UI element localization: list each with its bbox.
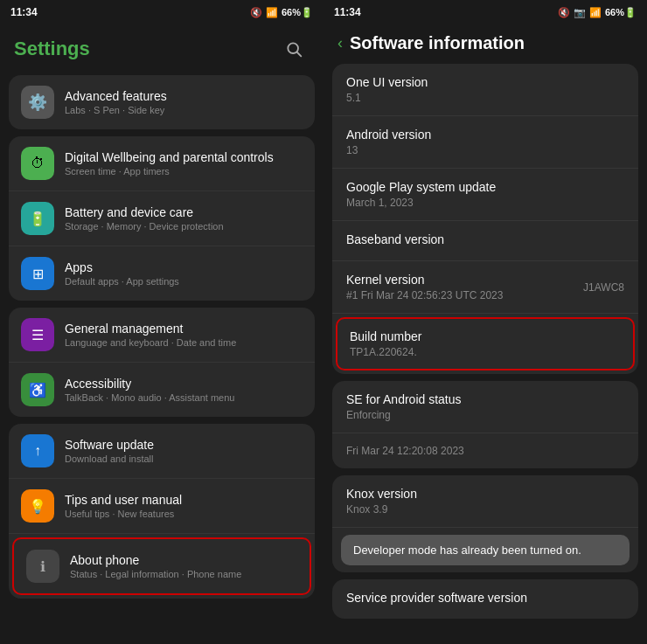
- right-time: 11:34: [334, 6, 361, 18]
- kernel-value-right: J1AWC8: [583, 281, 624, 294]
- signal-icon: 66%🔋: [282, 7, 313, 18]
- right-status-icons: 🔇 📷 📶 66%🔋: [558, 7, 637, 18]
- info-item-google-play[interactable]: Google Play system update March 1, 2023: [332, 169, 638, 221]
- digital-wellbeing-text: Digital Wellbeing and parental controls …: [65, 150, 303, 177]
- settings-section-software: ↑ Software update Download and install 💡…: [9, 424, 315, 599]
- settings-item-software-update[interactable]: ↑ Software update Download and install: [9, 424, 315, 479]
- about-phone-text: About phone Status · Legal information ·…: [70, 553, 297, 579]
- build-number-label: Build number: [350, 329, 621, 343]
- mute-icon: 🔇: [250, 7, 262, 18]
- info-item-baseband[interactable]: Baseband version: [332, 221, 638, 261]
- build-number-value: TP1A.220624.: [350, 346, 621, 358]
- accessibility-text: Accessibility TalkBack · Mono audio · As…: [65, 377, 303, 403]
- advanced-features-title: Advanced features: [65, 89, 303, 103]
- apps-subtitle: Default apps · App settings: [65, 276, 303, 287]
- wifi-icon: 📶: [266, 7, 278, 18]
- info-item-kernel[interactable]: Kernel version J1AWC8 #1 Fri Mar 24 02:5…: [332, 261, 638, 314]
- developer-mode-tooltip: Developer mode has already been turned o…: [341, 535, 630, 565]
- apps-title: Apps: [65, 260, 303, 274]
- software-info-section-main: One UI version 5.1 Android version 13 Go…: [332, 64, 638, 374]
- about-phone-title: About phone: [70, 553, 297, 567]
- service-provider-label: Service provider software version: [346, 591, 624, 605]
- info-item-service-provider[interactable]: Service provider software version: [332, 579, 638, 619]
- general-management-title: General management: [65, 322, 303, 336]
- software-info-title: Software information: [350, 33, 525, 53]
- se-android-value: Enforcing: [346, 409, 624, 421]
- se-date-value: Fri Mar 24 12:20:08 2023: [346, 445, 624, 457]
- settings-item-advanced-features[interactable]: ⚙️ Advanced features Labs · S Pen · Side…: [9, 75, 315, 129]
- settings-item-battery-care[interactable]: 🔋 Battery and device care Storage · Memo…: [9, 191, 315, 246]
- settings-item-general-management[interactable]: ☰ General management Language and keyboa…: [9, 308, 315, 363]
- tips-manual-text: Tips and user manual Useful tips · New f…: [65, 493, 303, 519]
- info-item-knox[interactable]: Knox version Knox 3.9: [332, 475, 638, 528]
- battery-care-subtitle: Storage · Memory · Device protection: [65, 221, 303, 232]
- battery-care-text: Battery and device care Storage · Memory…: [65, 205, 303, 232]
- accessibility-icon: ♿: [21, 373, 54, 406]
- tips-manual-icon: 💡: [21, 489, 54, 523]
- left-status-icons: 🔇 📶 66%🔋: [250, 7, 313, 18]
- settings-item-digital-wellbeing[interactable]: ⏱ Digital Wellbeing and parental control…: [9, 136, 315, 191]
- back-button[interactable]: ‹: [337, 34, 343, 52]
- left-status-bar: 11:34 🔇 📶 66%🔋: [0, 0, 324, 24]
- software-info-list: One UI version 5.1 Android version 13 Go…: [324, 60, 647, 644]
- advanced-features-text: Advanced features Labs · S Pen · Side ke…: [65, 89, 303, 115]
- right-mute-icon: 🔇: [558, 7, 570, 18]
- android-version-value: 13: [346, 144, 624, 156]
- svg-line-1: [297, 52, 302, 57]
- battery-care-title: Battery and device care: [65, 205, 303, 219]
- one-ui-value: 5.1: [346, 92, 624, 104]
- software-update-text: Software update Download and install: [65, 438, 303, 464]
- digital-wellbeing-title: Digital Wellbeing and parental controls: [65, 150, 303, 164]
- about-phone-icon: ℹ: [26, 550, 59, 583]
- right-camera-icon: 📷: [574, 7, 586, 18]
- se-android-label: SE for Android status: [346, 392, 624, 406]
- right-header: ‹ Software information: [324, 24, 647, 60]
- general-management-text: General management Language and keyboard…: [65, 322, 303, 348]
- general-management-subtitle: Language and keyboard · Date and time: [65, 337, 303, 348]
- right-wifi-icon: 📶: [589, 7, 602, 18]
- advanced-features-icon: ⚙️: [21, 86, 54, 119]
- info-item-build-number[interactable]: Build number TP1A.220624.: [336, 317, 635, 370]
- general-management-icon: ☰: [21, 318, 54, 351]
- settings-section-advanced: ⚙️ Advanced features Labs · S Pen · Side…: [9, 75, 315, 129]
- settings-item-about-phone[interactable]: ℹ About phone Status · Legal information…: [12, 537, 311, 595]
- google-play-value: March 1, 2023: [346, 197, 624, 209]
- info-item-se-date: Fri Mar 24 12:20:08 2023: [332, 433, 638, 468]
- one-ui-label: One UI version: [346, 75, 624, 89]
- android-version-label: Android version: [346, 128, 624, 142]
- settings-item-tips-manual[interactable]: 💡 Tips and user manual Useful tips · New…: [9, 479, 315, 534]
- digital-wellbeing-icon: ⏱: [21, 147, 54, 180]
- tips-manual-title: Tips and user manual: [65, 493, 303, 507]
- right-panel: 11:34 🔇 📷 📶 66%🔋 ‹ Software information …: [324, 0, 647, 644]
- knox-label: Knox version: [346, 487, 624, 501]
- settings-list: ⚙️ Advanced features Labs · S Pen · Side…: [0, 72, 324, 644]
- software-update-title: Software update: [65, 438, 303, 452]
- tips-manual-subtitle: Useful tips · New features: [65, 509, 303, 519]
- advanced-features-subtitle: Labs · S Pen · Side key: [65, 105, 303, 115]
- knox-value: Knox 3.9: [346, 503, 624, 516]
- right-status-bar: 11:34 🔇 📷 📶 66%🔋: [324, 0, 647, 24]
- left-header: Settings: [0, 24, 324, 72]
- left-time: 11:34: [10, 6, 38, 18]
- software-update-icon: ↑: [21, 434, 54, 467]
- info-item-se-android[interactable]: SE for Android status Enforcing: [332, 381, 638, 433]
- search-button[interactable]: [278, 33, 310, 65]
- settings-title: Settings: [14, 38, 90, 60]
- info-item-one-ui[interactable]: One UI version 5.1: [332, 64, 638, 116]
- settings-section-wellbeing: ⏱ Digital Wellbeing and parental control…: [9, 136, 315, 301]
- software-info-section-knox: Knox version Knox 3.9 Developer mode has…: [332, 475, 638, 572]
- digital-wellbeing-subtitle: Screen time · App timers: [65, 166, 303, 177]
- google-play-label: Google Play system update: [346, 180, 624, 194]
- apps-text: Apps Default apps · App settings: [65, 260, 303, 287]
- baseband-label: Baseband version: [346, 232, 624, 246]
- accessibility-title: Accessibility: [65, 377, 303, 391]
- settings-item-apps[interactable]: ⊞ Apps Default apps · App settings: [9, 246, 315, 301]
- settings-item-accessibility[interactable]: ♿ Accessibility TalkBack · Mono audio · …: [9, 363, 315, 417]
- software-info-section-se: SE for Android status Enforcing Fri Mar …: [332, 381, 638, 468]
- battery-care-icon: 🔋: [21, 202, 54, 235]
- apps-icon: ⊞: [21, 257, 54, 290]
- about-phone-subtitle: Status · Legal information · Phone name: [70, 569, 297, 579]
- accessibility-subtitle: TalkBack · Mono audio · Assistant menu: [65, 392, 303, 403]
- software-update-subtitle: Download and install: [65, 454, 303, 464]
- info-item-android-version[interactable]: Android version 13: [332, 116, 638, 169]
